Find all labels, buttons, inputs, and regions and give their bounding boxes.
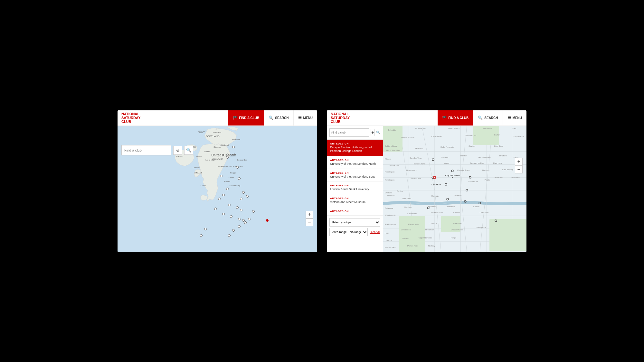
right-search-label: SEARCH	[484, 116, 498, 120]
right-zoom-out-button[interactable]: −	[515, 166, 523, 173]
results-sidebar: ⊕ 🔍 ART&DESIGN Escape Studios: Holborn, …	[327, 126, 383, 252]
map-marker[interactable]	[252, 210, 255, 213]
map-marker[interactable]	[232, 229, 235, 232]
map-marker[interactable]	[226, 188, 229, 190]
map-marker[interactable]	[200, 234, 203, 237]
right-flag-icon: 🏴	[442, 116, 447, 120]
sidebar-item-1[interactable]: ART&DESIGN University of the Arts London…	[327, 156, 383, 169]
find-club-button[interactable]: 🏴 FIND A CLUB	[228, 110, 264, 125]
map-marker[interactable]	[240, 209, 242, 211]
map-marker[interactable]	[238, 218, 241, 220]
map-marker[interactable]	[204, 228, 207, 230]
svg-text:North Wembley: North Wembley	[386, 149, 400, 151]
left-map-area[interactable]: SCOTLAND ENGLAND WALES United Kingdom Ir…	[118, 126, 317, 252]
map-marker[interactable]	[248, 218, 251, 220]
svg-text:Somers Town: Somers Town	[414, 163, 425, 165]
map-marker[interactable]	[246, 195, 249, 198]
svg-text:Catford: Catford	[453, 212, 460, 214]
right-search-button[interactable]: 🔍 SEARCH	[473, 110, 502, 125]
sidebar-item-3[interactable]: ART&DESIGN London South Bank University	[327, 181, 383, 194]
london-map-svg: Colindale Muswell Hill Seven Sisters Wan…	[383, 126, 526, 252]
map-marker[interactable]	[242, 191, 245, 194]
svg-text:Bromley by Bow: Bromley by Bow	[470, 162, 484, 164]
svg-text:Chelsea: Chelsea	[385, 192, 392, 194]
svg-text:Putney Vale: Putney Vale	[408, 223, 419, 225]
svg-point-80	[452, 177, 453, 178]
zoom-in-button[interactable]: +	[306, 211, 313, 218]
clear-all-button[interactable]: Clear all	[370, 230, 380, 234]
item-title-2: University of the Arts London, South	[330, 175, 380, 179]
svg-text:Ilford: Ilford	[512, 127, 516, 129]
right-nav-bar: NATIONAL SATURDAY CLUB 🏴 FIND A CLUB 🔍 S…	[327, 110, 526, 126]
map-marker[interactable]	[244, 221, 247, 224]
search-label: SEARCH	[275, 116, 289, 120]
svg-text:Horn Park: Horn Park	[480, 212, 489, 214]
sidebar-search-input[interactable]	[329, 128, 369, 137]
svg-text:Stratford: Stratford	[499, 155, 507, 157]
sidebar-item-5[interactable]: ART&DESIGN	[327, 207, 383, 216]
map-marker[interactable]	[232, 146, 235, 148]
sidebar-item-4[interactable]: ART&DESIGN Victoria and Albert Museum	[327, 194, 383, 207]
search-button[interactable]: 🔍 SEARCH	[264, 110, 293, 125]
location-icon-btn[interactable]: ⊕	[173, 146, 182, 155]
hamburger-icon: ☰	[298, 116, 302, 120]
svg-text:Wandsworth: Wandsworth	[385, 214, 395, 216]
sidebar-item-2[interactable]: ART&DESIGN University of the Arts London…	[327, 169, 383, 182]
right-zoom-in-button[interactable]: +	[515, 158, 523, 166]
zoom-out-button[interactable]: −	[306, 218, 313, 226]
map-marker[interactable]	[238, 177, 241, 180]
sidebar-search-btn[interactable]: 🔍	[376, 129, 380, 136]
svg-text:Holloway: Holloway	[415, 147, 423, 149]
logo-line3: CLUB	[121, 120, 140, 124]
menu-label: MENU	[303, 116, 313, 120]
logo-line1: NATIONAL	[121, 112, 140, 116]
svg-text:London: London	[431, 183, 441, 186]
svg-text:Penge: Penge	[451, 237, 457, 239]
map-marker[interactable]	[222, 213, 225, 215]
map-marker[interactable]	[236, 206, 239, 209]
svg-text:Seven Sisters: Seven Sisters	[448, 127, 459, 129]
svg-text:Maida Vale: Maida Vale	[390, 164, 399, 166]
map-marker-red[interactable]	[266, 219, 269, 222]
map-marker[interactable]	[236, 166, 239, 169]
menu-button[interactable]: ☰ MENU	[293, 110, 317, 125]
map-marker[interactable]	[240, 198, 242, 200]
svg-text:Forest Hill: Forest Hill	[453, 222, 462, 224]
logo-line2: SATURDAY	[121, 116, 140, 120]
right-find-club-button[interactable]: 🏴 FIND A CLUB	[438, 110, 473, 125]
map-marker[interactable]	[218, 198, 221, 200]
area-range-select[interactable]: Area range No range	[329, 228, 368, 236]
london-map-area[interactable]: Colindale Muswell Hill Seven Sisters Wan…	[383, 126, 526, 252]
svg-text:Southfields: Southfields	[407, 213, 417, 215]
flag-icon: 🏴	[233, 116, 237, 120]
svg-text:Wanstead: Wanstead	[483, 127, 492, 129]
svg-text:Canning Town: Canning Town	[457, 169, 469, 171]
svg-text:Walworth: Walworth	[387, 194, 395, 196]
map-marker[interactable]	[228, 204, 231, 206]
map-marker[interactable]	[220, 175, 223, 177]
svg-text:Deptford: Deptford	[454, 194, 461, 196]
search-icon-btn[interactable]: 🔍	[184, 146, 193, 155]
map-marker[interactable]	[222, 194, 225, 196]
svg-text:Crystal Palace: Crystal Palace	[451, 229, 463, 231]
map-marker[interactable]	[214, 208, 217, 210]
svg-text:Coombe: Coombe	[385, 239, 392, 241]
subject-filter-select[interactable]: Filter by subject	[329, 218, 380, 227]
svg-text:Roehampton: Roehampton	[385, 223, 396, 225]
left-search-input[interactable]	[121, 145, 171, 155]
right-nav-right: 🏴 FIND A CLUB 🔍 SEARCH ☰ MENU	[438, 110, 526, 125]
map-marker[interactable]	[242, 219, 245, 222]
map-marker[interactable]	[230, 215, 232, 218]
sidebar-item-0[interactable]: ART&DESIGN Escape Studios: Holborn, part…	[327, 140, 383, 156]
svg-text:Stoke Newington: Stoke Newington	[440, 146, 455, 148]
svg-text:Malden Park: Malden Park	[385, 246, 396, 248]
map-marker[interactable]	[238, 225, 241, 228]
svg-text:East Ham: East Ham	[493, 162, 502, 164]
map-marker[interactable]	[228, 234, 231, 237]
right-find-club-label: FIND A CLUB	[448, 116, 469, 120]
map-marker[interactable]	[226, 156, 229, 159]
svg-text:Battersea: Battersea	[385, 207, 393, 209]
right-menu-button[interactable]: ☰ MENU	[503, 110, 526, 125]
item-title-4: Victoria and Albert Museum	[330, 200, 380, 204]
sidebar-location-btn[interactable]: ⊕	[371, 129, 374, 136]
